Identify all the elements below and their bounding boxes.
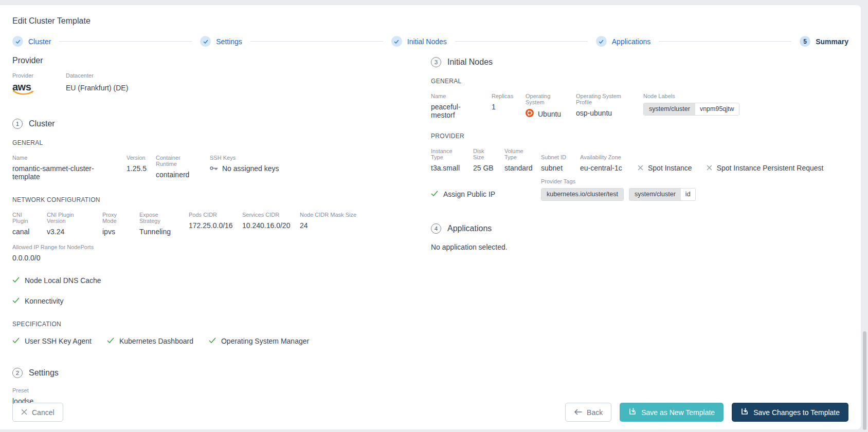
step-number: 3 xyxy=(431,57,441,67)
provider-tag-chip: kubernetes.io/cluster/test xyxy=(541,188,624,201)
availability-zone-field: Availability Zone eu-central-1c xyxy=(580,154,631,172)
spot-instance-persistent-flag: Spot Instance Persistent Request xyxy=(707,164,824,172)
proxy-mode-field: Proxy Mode ipvs xyxy=(102,212,139,236)
replicas-field: Replicas 1 xyxy=(492,93,526,119)
field-label: Provider xyxy=(12,72,57,79)
chip-key: system/cluster xyxy=(629,189,681,200)
node-label-chip: system/cluster vnpm95qjtw xyxy=(643,103,739,116)
applications-section-heading: 4 Applications xyxy=(431,223,848,234)
save-icon xyxy=(740,407,749,417)
key-icon xyxy=(210,164,218,173)
chip-value: id xyxy=(681,189,695,200)
step-label: Settings xyxy=(216,37,242,46)
cancel-button[interactable]: Cancel xyxy=(12,403,63,422)
network-config-subheading: NETWORK CONFIGURATION xyxy=(12,196,431,203)
assign-ip-tags-row: Assign Public IP Provider Tags kubernete… xyxy=(431,178,848,201)
name-field: Name romantic-sammet-cluster-template xyxy=(12,155,126,181)
step-number: 2 xyxy=(12,368,23,378)
cni-plugin-version-field: CNI Plugin Version v3.24 xyxy=(47,212,102,236)
step-number-badge: 5 xyxy=(800,36,810,47)
chip-value: vnpm95qjtw xyxy=(695,103,739,115)
edit-cluster-template-dialog: Edit Cluster Template Cluster Settings I… xyxy=(0,5,861,429)
step-label: Cluster xyxy=(28,37,51,46)
cni-plugin-field: CNI Plugin canal xyxy=(12,212,47,236)
allowed-ip-range-field: Allowed IP Range for NodePorts 0.0.0.0/0 xyxy=(12,244,431,262)
disk-size-field: Disk Size 25 GB xyxy=(473,148,504,172)
check-icon xyxy=(12,276,20,285)
network-config-row: CNI Plugin canal CNI Plugin Version v3.2… xyxy=(12,212,431,236)
check-icon xyxy=(12,337,20,345)
vertical-scrollbar[interactable] xyxy=(863,331,866,430)
kubernetes-dashboard-check: Kubernetes Dashboard xyxy=(107,337,193,345)
step-label: Initial Nodes xyxy=(407,37,447,46)
node-labels-field: Node Labels system/cluster vnpm95qjtw xyxy=(643,93,749,119)
general-subheading: GENERAL xyxy=(12,139,431,146)
general-subheading: GENERAL xyxy=(431,78,848,85)
node-name-field: Name peaceful-mestorf xyxy=(431,93,492,119)
node-provider-row: Instance Type t3a.small Disk Size 25 GB … xyxy=(431,148,848,172)
check-icon xyxy=(431,190,438,198)
step-label: Applications xyxy=(612,37,651,46)
provider-subheading: PROVIDER xyxy=(431,133,848,140)
user-ssh-key-agent-check: User SSH Key Agent xyxy=(12,337,92,345)
field-label: Datacenter xyxy=(66,72,128,79)
check-icon xyxy=(209,337,216,345)
check-icon xyxy=(107,337,114,345)
step-check-icon xyxy=(391,36,402,47)
cluster-general-row: Name romantic-sammet-cluster-template Ve… xyxy=(12,155,431,181)
step-check-icon xyxy=(200,36,211,47)
summary-right-column: 3 Initial Nodes GENERAL Name peaceful-me… xyxy=(431,47,848,251)
step-summary[interactable]: 5 Summary xyxy=(800,36,848,47)
provider-tags-field: Provider Tags kubernetes.io/cluster/test… xyxy=(541,178,705,201)
save-as-new-template-button[interactable]: Save as New Template xyxy=(620,403,724,422)
step-number: 4 xyxy=(431,223,441,234)
check-icon xyxy=(12,297,20,305)
subnet-id-field: Subnet ID subnet xyxy=(541,154,580,172)
page-title: Edit Cluster Template xyxy=(12,16,848,26)
specification-subheading: SPECIFICATION xyxy=(12,321,431,328)
cluster-section-heading: 1 Cluster xyxy=(12,119,431,129)
settings-section-heading: 2 Settings xyxy=(12,368,431,378)
volume-type-field: Volume Type standard xyxy=(504,148,541,172)
chip-key: system/cluster xyxy=(644,103,695,115)
step-label: Summary xyxy=(816,37,848,46)
stepper-connector xyxy=(250,41,383,42)
save-icon xyxy=(628,407,637,417)
operating-system-manager-check: Operating System Manager xyxy=(209,337,309,345)
back-button[interactable]: Back xyxy=(565,403,611,422)
node-local-dns-cache-check: Node Local DNS Cache xyxy=(12,276,431,285)
footer-actions: Cancel Back Save as New Template Save Ch… xyxy=(12,403,848,422)
step-cluster[interactable]: Cluster xyxy=(12,36,51,47)
stepper-connector xyxy=(659,41,791,42)
services-cidr-field: Services CIDR 10.240.16.0/20 xyxy=(242,212,300,236)
initial-nodes-general-row: Name peaceful-mestorf Replicas 1 Operati… xyxy=(431,93,848,119)
pods-cidr-field: Pods CIDR 172.25.0.0/16 xyxy=(189,212,242,236)
step-initial-nodes[interactable]: Initial Nodes xyxy=(391,36,447,47)
datacenter-field: Datacenter EU (Frankfurt) (DE) xyxy=(66,72,137,96)
x-icon xyxy=(638,164,643,172)
initial-nodes-section-heading: 3 Initial Nodes xyxy=(431,57,848,67)
assign-public-ip-check: Assign Public IP xyxy=(431,190,541,198)
expose-strategy-field: Expose Strategy Tunneling xyxy=(139,212,189,236)
wizard-stepper: Cluster Settings Initial Nodes Applicati… xyxy=(12,36,848,47)
step-settings[interactable]: Settings xyxy=(200,36,242,47)
back-arrow-icon xyxy=(574,408,582,417)
provider-fields-row: Provider aws Datacenter EU (Frankfurt) (… xyxy=(12,72,431,96)
provider-tag-chip: system/cluster id xyxy=(629,188,696,201)
save-changes-to-template-button[interactable]: Save Changes to Template xyxy=(732,403,848,422)
step-check-icon xyxy=(12,36,23,47)
spot-instance-flag: Spot Instance xyxy=(638,164,692,172)
step-applications[interactable]: Applications xyxy=(596,36,651,47)
step-check-icon xyxy=(596,36,607,47)
close-icon xyxy=(21,408,27,417)
field-value: EU (Frankfurt) (DE) xyxy=(66,84,128,92)
stepper-connector xyxy=(455,41,588,42)
instance-type-field: Instance Type t3a.small xyxy=(431,148,473,172)
version-field: Version 1.25.5 xyxy=(126,155,156,181)
node-cidr-mask-field: Node CIDR Mask Size 24 xyxy=(300,212,366,236)
operating-system-field: Operating System Ubuntu xyxy=(526,93,576,119)
os-profile-field: Operating System Profile osp-ubuntu xyxy=(576,93,643,119)
aws-logo-icon: aws xyxy=(12,82,35,96)
provider-section-heading: Provider xyxy=(12,56,431,65)
chip-key: kubernetes.io/cluster/test xyxy=(541,189,623,200)
